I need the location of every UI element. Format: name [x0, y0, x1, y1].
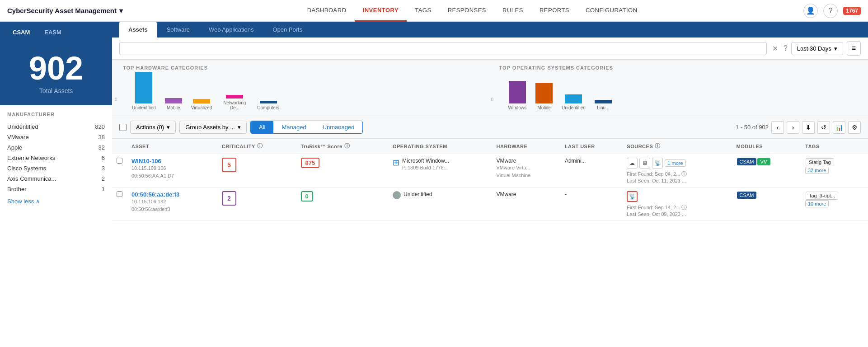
manufacturer-unidentified[interactable]: Unidentified 820 [7, 122, 105, 132]
help-icon-btn[interactable]: ? [823, 4, 838, 18]
app-title-chevron[interactable]: ▾ [119, 7, 123, 15]
refresh-btn[interactable]: ↺ [817, 121, 830, 134]
sources-icons: ☁🖥📡1 more [627, 158, 727, 169]
show-less-link[interactable]: Show less ∧ [7, 198, 105, 205]
os-chart: TOP OPERATING SYSTEMS CATEGORIES Windows… [499, 65, 858, 110]
first-found-info[interactable]: ⓘ [681, 204, 687, 211]
nav-rules[interactable]: RULES [494, 0, 531, 22]
asset-link[interactable]: WIN10-106 [131, 158, 213, 164]
nav-reports[interactable]: REPORTS [531, 0, 577, 22]
asset-table: ASSET CRITICALITY ⓘ TruRisk™ Score ⓘ [112, 139, 868, 347]
source-icon: ☁ [627, 158, 638, 169]
asset-link[interactable]: 00:50:56:aa:de:f3 [131, 191, 213, 198]
sources-cell: ☁🖥📡1 more First Found: Sep 04, 2... ⓘ La… [627, 158, 727, 183]
view-managed-btn[interactable]: Managed [273, 121, 314, 133]
last-user-cell: Admini... [560, 154, 622, 188]
tag-static: Tag_3-upt... [806, 192, 838, 200]
nav-inventory[interactable]: INVENTORY [355, 0, 407, 22]
module-badge: CSAM [737, 158, 757, 165]
criticality-badge: 2 [222, 191, 236, 206]
row-checkbox[interactable] [117, 191, 122, 197]
manufacturer-vmware[interactable]: VMware 38 [7, 132, 105, 142]
modules-cell: CSAM [737, 191, 796, 199]
settings-btn[interactable]: ⚙ [848, 121, 861, 134]
row-checkbox[interactable] [117, 158, 122, 164]
col-hardware: HARDWARE [492, 139, 560, 154]
os-bar-item: Windows [508, 81, 527, 110]
sidebar-toggle: CSAM EASM [0, 22, 112, 43]
last-user-cell: - [560, 188, 622, 221]
tab-open-ports[interactable]: Open Ports [263, 22, 311, 38]
csam-toggle-btn[interactable]: CSAM [5, 26, 37, 38]
hardware-bar-item: Computers [257, 101, 279, 110]
actions-btn[interactable]: Actions (0) ▾ [130, 121, 176, 134]
tabs-bar: Assets Software Web Applications Open Po… [112, 22, 868, 38]
table-controls: Actions (0) ▾ Group Assets by ... ▾ All … [112, 116, 868, 139]
filter-clear-btn[interactable]: ✕ [770, 44, 780, 53]
tag-static: Statig Tag [806, 158, 834, 166]
search-input[interactable] [119, 42, 767, 55]
view-all-btn[interactable]: All [251, 121, 273, 133]
pagination-info: 1 - 50 of 902 ‹ › ⬇ ↺ 📊 ⚙ [736, 121, 861, 134]
hardware-chart-title: TOP HARDWARE CATEGORIES [123, 65, 481, 70]
next-page-btn[interactable]: › [787, 121, 799, 134]
user-icon-btn[interactable]: 👤 [803, 4, 818, 18]
menu-btn[interactable]: ≡ [847, 41, 861, 56]
col-tags: TAGS [801, 139, 868, 154]
view-unmanaged-btn[interactable]: Unmanaged [314, 121, 363, 133]
asset-mac: 00:50:56:AA:A1:D7 [131, 172, 213, 180]
module-badge: CSAM [737, 192, 757, 199]
manufacturer-apple[interactable]: Apple 32 [7, 142, 105, 153]
date-range-btn[interactable]: Last 30 Days ▾ [791, 42, 843, 55]
view-toggle: All Managed Unmanaged [250, 121, 363, 134]
filter-help-btn[interactable]: ? [784, 44, 788, 52]
nav-configuration[interactable]: CONFIGURATION [577, 0, 646, 22]
last-seen-date: Last Seen: Oct 09, 2023 ... [627, 211, 727, 217]
hardware-name: VMware [497, 158, 556, 164]
hardware-bar-item: Mobile [165, 98, 182, 110]
tab-software[interactable]: Software [158, 22, 199, 38]
manufacturer-extreme-networks[interactable]: Extreme Networks 6 [7, 153, 105, 163]
sources-more-btn[interactable]: 1 more [665, 159, 685, 167]
tab-web-applications[interactable]: Web Applications [200, 22, 263, 38]
main-layout: CSAM EASM 902 Total Assets MANUFACTURER … [0, 22, 868, 347]
group-assets-btn[interactable]: Group Assets by ... ▾ [179, 121, 247, 134]
nav-dashboard[interactable]: DASHBOARD [299, 0, 355, 22]
prev-page-btn[interactable]: ‹ [771, 121, 784, 134]
truscore-badge: 875 [301, 158, 320, 168]
hardware-name: VMware [497, 191, 556, 197]
app-title: CyberSecurity Asset Management ▾ [7, 7, 123, 15]
col-asset: ASSET [127, 139, 217, 154]
table-row: WIN10-106 10.115.109.106 00:50:56:AA:A1:… [112, 154, 868, 188]
manufacturer-cisco[interactable]: Cisco Systems 3 [7, 163, 105, 174]
top-nav: CyberSecurity Asset Management ▾ DASHBOA… [0, 0, 868, 22]
tags-more-btn[interactable]: 10 more [805, 200, 829, 207]
hardware-detail: VMware Virtu... [497, 164, 556, 172]
criticality-info-icon[interactable]: ⓘ [257, 142, 263, 150]
chart-view-btn[interactable]: 📊 [833, 121, 845, 134]
truscore-info-icon[interactable]: ⓘ [344, 142, 350, 150]
nav-responses[interactable]: RESPONSES [440, 0, 494, 22]
hardware-bar-item: Unidentified [132, 72, 156, 110]
col-os: OPERATING SYSTEM [388, 139, 492, 154]
download-btn[interactable]: ⬇ [802, 121, 815, 134]
hardware-chart: TOP HARDWARE CATEGORIES UnidentifiedMobi… [123, 65, 481, 110]
manufacturer-axis[interactable]: Axis Communica... 2 [7, 174, 105, 184]
manufacturer-brother[interactable]: Brother 1 [7, 184, 105, 194]
easm-toggle-btn[interactable]: EASM [37, 26, 69, 38]
first-found-date: First Found: Sep 14, 2... ⓘ [627, 204, 727, 211]
tab-assets[interactable]: Assets [119, 22, 157, 38]
nav-tags[interactable]: TAGS [407, 0, 439, 22]
total-assets-number: 902 [5, 52, 108, 84]
tags-cell: Statig Tag32 more [805, 158, 863, 174]
source-icon: 📡 [627, 191, 638, 202]
first-found-info[interactable]: ⓘ [681, 171, 687, 177]
col-criticality: CRITICALITY ⓘ [217, 139, 296, 154]
os-name: Microsoft Window... [402, 158, 449, 164]
tags-more-btn[interactable]: 32 more [805, 167, 829, 174]
col-modules: MODULES [732, 139, 801, 154]
sources-info-icon[interactable]: ⓘ [655, 142, 661, 150]
asset-ip: 10.115.109.192 [131, 198, 213, 206]
notification-badge[interactable]: 1767 [843, 7, 861, 15]
select-all-checkbox[interactable] [119, 124, 127, 131]
